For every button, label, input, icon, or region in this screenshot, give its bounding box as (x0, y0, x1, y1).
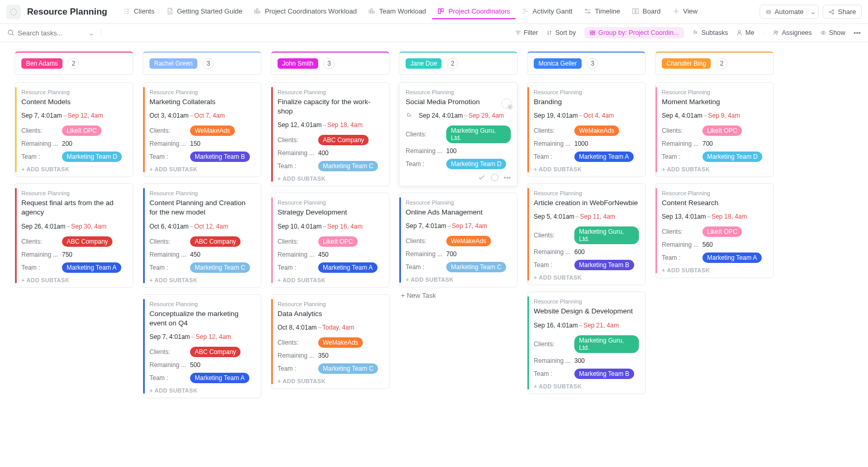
task-card[interactable]: Resource Planning Moment Marketing Sep 4… (655, 82, 774, 177)
client-tag[interactable]: Marketing Guru, Ltd. (574, 335, 639, 353)
add-subtask-button[interactable]: + ADD SUBTASK (149, 387, 255, 394)
add-subtask-button[interactable]: + ADD SUBTASK (21, 277, 127, 283)
column-count: 3 (203, 58, 214, 69)
column-header[interactable]: Ben Adams 2 (15, 52, 133, 75)
check-icon[interactable] (477, 173, 486, 182)
add-subtask-button[interactable]: + ADD SUBTASK (534, 166, 639, 172)
client-tag[interactable]: LikeIt OPC (702, 125, 742, 136)
team-tag[interactable]: Marketing Team C (446, 262, 506, 272)
client-tag[interactable]: WeMakeAds (446, 236, 491, 246)
more-icon[interactable]: ••• (504, 174, 511, 182)
view-tab-team-workload[interactable]: Team Workload (363, 4, 431, 19)
view-label: Clients (134, 7, 155, 15)
me-button[interactable]: Me (736, 29, 754, 36)
add-subtask-button[interactable]: + ADD SUBTASK (21, 166, 127, 172)
team-tag[interactable]: Marketing Team A (702, 253, 762, 263)
column-header[interactable]: Jane Doe 2 (399, 52, 518, 75)
team-tag[interactable]: Marketing Team B (574, 369, 634, 379)
view-label: Board (643, 7, 661, 15)
client-tag[interactable]: LikeIt OPC (702, 226, 742, 237)
automate-button[interactable]: Automate ⌄ (760, 5, 819, 19)
group-by-button[interactable]: Group by: Project Coordin... (584, 27, 684, 39)
add-subtask-button[interactable]: + ADD SUBTASK (278, 277, 383, 283)
new-task-button[interactable]: + New Task (399, 287, 518, 304)
view-tab-activity-gantt[interactable]: Activity Gantt (517, 4, 578, 19)
add-subtask-button[interactable]: + ADD SUBTASK (662, 267, 767, 273)
team-tag[interactable]: Marketing Team B (190, 152, 250, 162)
more-icon[interactable]: ••• (853, 29, 861, 37)
view-tab-project-coordinators[interactable]: Project Coordinators (432, 4, 515, 19)
field-label: Team : (149, 374, 190, 382)
column-header[interactable]: Monica Geller 3 (527, 52, 646, 75)
date-start: Sep 26, 4:01am (21, 223, 66, 230)
assignee-add-icon[interactable]: + (501, 98, 512, 109)
column-header[interactable]: Rachel Green 3 (143, 52, 261, 75)
task-card[interactable]: Resource Planning Website Design & Devel… (527, 292, 646, 394)
task-card[interactable]: Resource Planning Marketing Collaterals … (143, 82, 261, 177)
task-card[interactable]: Resource Planning Request final arts fro… (15, 183, 133, 287)
client-tag[interactable]: Marketing Guru, Ltd. (574, 226, 639, 244)
task-card[interactable]: Resource Planning Strategy Development S… (271, 193, 389, 287)
client-tag[interactable]: Marketing Guru, Ltd. (446, 125, 511, 143)
view-tab-getting-started-guide[interactable]: Getting Started Guide (161, 4, 248, 19)
view-tab-clients[interactable]: Clients (118, 4, 160, 19)
view-tab-project-coordinators-workload[interactable]: Project Coordinators Workload (248, 4, 362, 19)
sort-button[interactable]: Sort by (546, 29, 576, 36)
assignees-button[interactable]: Assignees (773, 29, 812, 36)
column-header[interactable]: Chandler Bing 2 (655, 52, 774, 75)
client-tag[interactable]: WeMakeAds (190, 125, 235, 136)
add-subtask-button[interactable]: + ADD SUBTASK (662, 166, 767, 172)
add-subtask-button[interactable]: + ADD SUBTASK (534, 383, 639, 389)
team-tag[interactable]: Marketing Team A (190, 373, 249, 383)
client-tag[interactable]: ABC Company (190, 347, 241, 357)
add-subtask-button[interactable]: + ADD SUBTASK (534, 274, 639, 281)
team-tag[interactable]: Marketing Team D (446, 159, 506, 169)
view-tab-board[interactable]: Board (626, 4, 666, 19)
subtasks-button[interactable]: Subtasks (693, 29, 728, 36)
add-subtask-button[interactable]: + ADD SUBTASK (278, 378, 383, 384)
task-card[interactable]: + Resource Planning Social Media Promoti… (399, 82, 518, 186)
task-card[interactable]: Resource Planning Content Research Sep 1… (655, 183, 774, 278)
team-tag[interactable]: Marketing Team C (318, 363, 378, 374)
client-tag[interactable]: LikeIt OPC (62, 125, 102, 136)
field-label: Clients: (278, 136, 318, 144)
task-card[interactable]: Resource Planning Article creation in We… (527, 183, 646, 285)
share-button[interactable]: Share (823, 5, 862, 19)
status-circle-icon[interactable] (491, 174, 498, 181)
client-tag[interactable]: ABC Company (318, 135, 369, 145)
remaining-value: 200 (62, 140, 72, 147)
team-tag[interactable]: Marketing Team B (574, 260, 634, 270)
task-card[interactable]: Resource Planning Branding Sep 19, 4:01a… (527, 82, 646, 177)
team-tag[interactable]: Marketing Team C (318, 161, 378, 171)
task-card[interactable]: Resource Planning Content Models Sep 7, … (15, 82, 133, 177)
column-header[interactable]: John Smith 3 (271, 52, 389, 75)
task-card[interactable]: Resource Planning Finalize capacity for … (271, 82, 389, 186)
add-subtask-button[interactable]: + ADD SUBTASK (149, 277, 255, 283)
show-button[interactable]: Show (820, 29, 845, 36)
chevron-down-icon[interactable]: ⌄ (89, 29, 94, 37)
view-tab-view[interactable]: View (667, 4, 703, 19)
add-subtask-button[interactable]: + ADD SUBTASK (278, 175, 383, 182)
add-subtask-button[interactable]: + ADD SUBTASK (406, 276, 511, 283)
app-icon[interactable] (6, 5, 21, 19)
task-card[interactable]: Resource Planning Online Ads Management … (399, 193, 518, 287)
client-tag[interactable]: WeMakeAds (318, 337, 363, 348)
team-tag[interactable]: Marketing Team A (62, 262, 121, 273)
filter-button[interactable]: Filter (515, 29, 538, 36)
client-tag[interactable]: WeMakeAds (574, 125, 619, 136)
search-input[interactable] (18, 29, 85, 37)
team-tag[interactable]: Marketing Team A (574, 152, 634, 162)
client-tag[interactable]: LikeIt OPC (318, 236, 358, 247)
client-tag[interactable]: ABC Company (62, 236, 112, 247)
team-tag[interactable]: Marketing Team A (318, 262, 378, 273)
task-card[interactable]: Resource Planning Conceptualize the mark… (143, 294, 261, 398)
team-tag[interactable]: Marketing Team D (702, 152, 762, 162)
client-tag[interactable]: ABC Company (190, 236, 241, 247)
view-tab-timeline[interactable]: Timeline (578, 4, 625, 19)
remaining-value: 100 (446, 147, 457, 155)
task-card[interactable]: Resource Planning Content Planning and C… (143, 183, 261, 287)
add-subtask-button[interactable]: + ADD SUBTASK (149, 166, 255, 172)
team-tag[interactable]: Marketing Team C (190, 262, 250, 273)
team-tag[interactable]: Marketing Team D (62, 152, 122, 162)
task-card[interactable]: Resource Planning Data Analytics Oct 8, … (271, 294, 389, 389)
